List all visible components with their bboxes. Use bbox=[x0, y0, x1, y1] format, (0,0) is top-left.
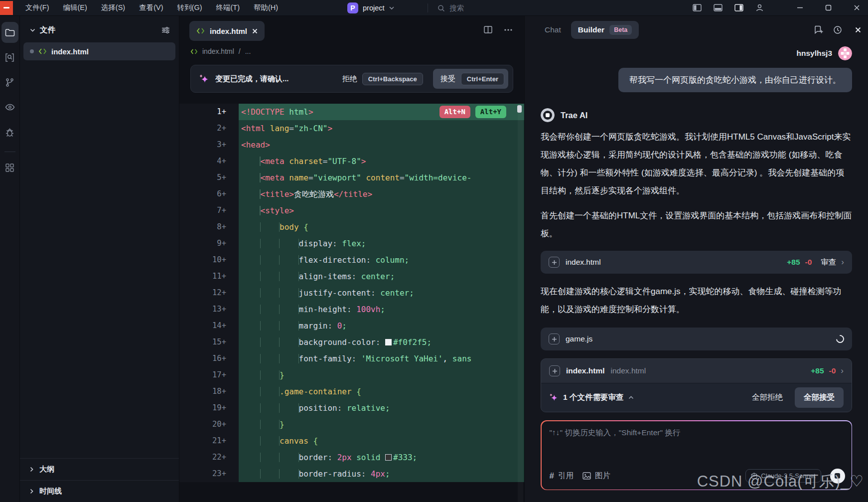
code-line-7[interactable]: 7+ <style> bbox=[179, 202, 524, 219]
model-selector[interactable]: Claude-3.5-Sonnet bbox=[745, 469, 821, 483]
code-line-8[interactable]: 8+ body { bbox=[179, 219, 524, 235]
outline-section[interactable]: 大纲 bbox=[20, 458, 179, 480]
code-line-19[interactable]: 19+ position: relative; bbox=[179, 400, 524, 416]
shortcut-badge-alt-y[interactable]: Alt+Y bbox=[475, 106, 506, 118]
code-editor[interactable]: 1+<!DOCTYPE html>Alt+NAlt+Y2+<html lang=… bbox=[179, 104, 524, 502]
reference-button[interactable]: 引用 bbox=[558, 471, 574, 481]
chevron-up-icon[interactable] bbox=[628, 396, 634, 399]
breadcrumb[interactable]: index.html / ... bbox=[179, 45, 524, 58]
line-code[interactable]: body { bbox=[239, 219, 524, 235]
send-stop-button[interactable] bbox=[830, 469, 845, 484]
line-code[interactable]: align-items: center; bbox=[239, 268, 524, 285]
account-icon[interactable] bbox=[755, 3, 764, 12]
filter-icon[interactable] bbox=[161, 26, 170, 34]
shortcut-badge-alt-n[interactable]: Alt+N bbox=[439, 106, 470, 118]
tab-index-html[interactable]: index.html bbox=[189, 21, 265, 41]
line-code[interactable]: } bbox=[239, 367, 524, 383]
timeline-section[interactable]: 时间线 bbox=[20, 480, 179, 502]
image-icon[interactable] bbox=[582, 472, 591, 480]
reject-all-button[interactable]: 全部拒绝 bbox=[745, 388, 790, 407]
line-code[interactable]: <!DOCTYPE html>Alt+NAlt+Y bbox=[239, 104, 524, 120]
history-icon[interactable] bbox=[833, 25, 842, 34]
menu-item-3[interactable]: 查看(V) bbox=[133, 1, 169, 14]
accept-all-button[interactable]: 全部接受 bbox=[795, 387, 844, 408]
line-code[interactable]: <title>贪吃蛇游戏</title> bbox=[239, 186, 524, 202]
project-selector[interactable]: P project bbox=[347, 0, 394, 16]
close-tab-icon[interactable] bbox=[252, 28, 258, 34]
maximize-icon[interactable] bbox=[825, 4, 832, 11]
minimize-icon[interactable] bbox=[797, 4, 803, 11]
file-item-index-html[interactable]: index.html bbox=[23, 42, 175, 60]
review-file-row[interactable]: index.html index.html +85 -0 › bbox=[541, 359, 852, 383]
code-line-2[interactable]: 2+<html lang="zh-CN"> bbox=[179, 120, 524, 137]
code-line-9[interactable]: 9+ display: flex; bbox=[179, 235, 524, 252]
explorer-header[interactable]: 文件 bbox=[20, 16, 179, 41]
code-line-17[interactable]: 17+ } bbox=[179, 367, 524, 383]
accept-button[interactable]: 接受 Ctrl+Enter bbox=[433, 69, 508, 89]
line-code[interactable]: <head> bbox=[239, 137, 524, 153]
review-link[interactable]: 审查 bbox=[821, 257, 836, 268]
code-line-13[interactable]: 13+ min-height: 100vh; bbox=[179, 301, 524, 318]
code-line-22[interactable]: 22+ border: 2px solid #333; bbox=[179, 449, 524, 466]
line-code[interactable]: font-family: 'Microsoft YaHei', sans bbox=[239, 350, 524, 367]
code-line-21[interactable]: 21+ canvas { bbox=[179, 433, 524, 449]
code-line-20[interactable]: 20+ } bbox=[179, 416, 524, 433]
code-line-16[interactable]: 16+ font-family: 'Microsoft YaHei', sans bbox=[179, 350, 524, 367]
scrollbar-thumb[interactable] bbox=[517, 105, 522, 113]
close-window-icon[interactable] bbox=[854, 4, 860, 11]
line-code[interactable]: background-color: #f0f2f5; bbox=[239, 334, 524, 350]
line-code[interactable]: min-height: 100vh; bbox=[239, 301, 524, 318]
code-line-5[interactable]: 5+ <meta name="viewport" content="width=… bbox=[179, 169, 524, 186]
global-search[interactable]: 搜索 bbox=[437, 0, 464, 16]
menu-item-4[interactable]: 转到(G) bbox=[171, 1, 209, 14]
preview-eye-icon[interactable] bbox=[1, 97, 18, 118]
line-code[interactable]: border-radius: 4px; bbox=[239, 466, 524, 482]
explorer-icon[interactable] bbox=[1, 22, 18, 43]
new-chat-icon[interactable] bbox=[814, 25, 823, 34]
code-line-4[interactable]: 4+ <meta charset="UTF-8"> bbox=[179, 153, 524, 169]
toggle-left-panel-icon[interactable] bbox=[693, 4, 702, 11]
split-editor-icon[interactable] bbox=[484, 26, 492, 33]
menu-item-6[interactable]: 帮助(H) bbox=[247, 1, 285, 14]
line-code[interactable]: <html lang="zh-CN"> bbox=[239, 120, 524, 137]
editor-scrollbar[interactable] bbox=[518, 104, 523, 502]
tab-chat[interactable]: Chat bbox=[541, 21, 565, 38]
menu-item-0[interactable]: 文件(F) bbox=[19, 1, 56, 14]
hash-icon[interactable]: # bbox=[550, 471, 554, 481]
search-code-icon[interactable] bbox=[1, 47, 18, 68]
image-button[interactable]: 图片 bbox=[595, 471, 610, 481]
code-line-10[interactable]: 10+ flex-direction: column; bbox=[179, 252, 524, 268]
code-line-12[interactable]: 12+ justify-content: center; bbox=[179, 285, 524, 301]
tab-builder[interactable]: Builder Beta bbox=[571, 21, 639, 39]
code-line-11[interactable]: 11+ align-items: center; bbox=[179, 268, 524, 285]
line-code[interactable]: <meta charset="UTF-8"> bbox=[239, 153, 524, 169]
reject-button[interactable]: 拒绝 Ctrl+Backspace bbox=[342, 73, 423, 85]
menu-item-2[interactable]: 选择(S) bbox=[95, 1, 132, 14]
line-code[interactable]: canvas { bbox=[239, 433, 524, 449]
source-control-icon[interactable] bbox=[1, 72, 18, 93]
toggle-bottom-panel-icon[interactable] bbox=[714, 4, 723, 11]
line-code[interactable]: position: relative; bbox=[239, 400, 524, 416]
close-panel-icon[interactable] bbox=[855, 27, 861, 33]
code-line-3[interactable]: 3+<head> bbox=[179, 137, 524, 153]
more-actions-icon[interactable] bbox=[504, 29, 512, 31]
code-line-1[interactable]: 1+<!DOCTYPE html>Alt+NAlt+Y bbox=[179, 104, 524, 120]
user-avatar[interactable] bbox=[838, 46, 852, 60]
line-code[interactable]: flex-direction: column; bbox=[239, 252, 524, 268]
line-code[interactable]: .game-container { bbox=[239, 383, 524, 400]
chat-input[interactable] bbox=[550, 428, 844, 459]
file-card-game-js[interactable]: game.js bbox=[541, 328, 852, 350]
menu-item-1[interactable]: 编辑(E) bbox=[57, 1, 94, 14]
line-code[interactable]: margin: 0; bbox=[239, 318, 524, 334]
code-line-14[interactable]: 14+ margin: 0; bbox=[179, 318, 524, 334]
file-card-index-html[interactable]: index.html +85 -0 审查 › bbox=[541, 251, 852, 274]
menu-item-5[interactable]: 终端(T) bbox=[209, 1, 246, 14]
line-code[interactable]: justify-content: center; bbox=[239, 285, 524, 301]
app-logo-icon[interactable] bbox=[0, 1, 13, 15]
line-code[interactable]: border: 2px solid #333; bbox=[239, 449, 524, 466]
line-code[interactable]: <meta name="viewport" content="width=dev… bbox=[239, 169, 524, 186]
code-line-18[interactable]: 18+ .game-container { bbox=[179, 383, 524, 400]
extensions-icon[interactable] bbox=[1, 157, 18, 178]
code-line-6[interactable]: 6+ <title>贪吃蛇游戏</title> bbox=[179, 186, 524, 202]
code-line-23[interactable]: 23+ border-radius: 4px; bbox=[179, 466, 524, 482]
